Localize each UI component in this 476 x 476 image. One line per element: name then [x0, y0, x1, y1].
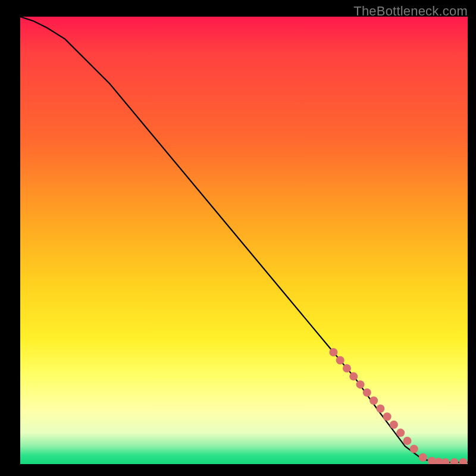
highlight-dot	[383, 412, 392, 421]
highlight-dot	[459, 458, 467, 464]
highlight-dot	[396, 428, 405, 437]
highlight-dot	[336, 356, 345, 365]
highlight-dot	[329, 348, 337, 356]
highlight-dot	[349, 372, 358, 381]
highlight-dot	[343, 364, 351, 372]
highlight-dot	[441, 458, 449, 464]
highlight-dot	[390, 421, 398, 429]
highlight-dot	[419, 453, 427, 462]
highlight-dot	[356, 380, 365, 389]
curve-line	[20, 17, 468, 462]
chart-frame	[20, 17, 468, 464]
highlight-dot	[363, 389, 371, 397]
highlight-dot	[403, 437, 411, 445]
chart-overlay	[20, 17, 468, 464]
highlight-dots-group	[329, 348, 467, 464]
highlight-dot	[369, 396, 378, 405]
highlight-dot	[376, 405, 384, 413]
highlight-dot	[450, 458, 458, 464]
highlight-dot	[410, 444, 418, 453]
